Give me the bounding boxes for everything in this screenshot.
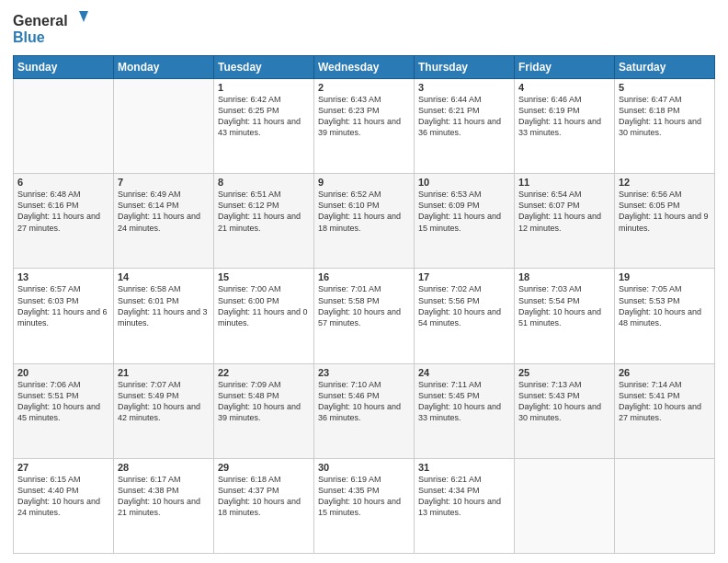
calendar-cell: 11Sunrise: 6:54 AM Sunset: 6:07 PM Dayli…	[515, 174, 615, 269]
week-row-3: 13Sunrise: 6:57 AM Sunset: 6:03 PM Dayli…	[14, 269, 715, 363]
calendar-cell: 13Sunrise: 6:57 AM Sunset: 6:03 PM Dayli…	[14, 269, 114, 363]
day-info: Sunrise: 7:02 AM Sunset: 5:56 PM Dayligh…	[418, 283, 510, 328]
day-number: 18	[518, 271, 610, 282]
day-number: 17	[418, 271, 510, 282]
day-info: Sunrise: 6:52 AM Sunset: 6:10 PM Dayligh…	[318, 189, 410, 234]
day-number: 29	[218, 462, 310, 473]
calendar-cell: 25Sunrise: 7:13 AM Sunset: 5:43 PM Dayli…	[515, 363, 615, 458]
day-info: Sunrise: 7:01 AM Sunset: 5:58 PM Dayligh…	[318, 283, 410, 328]
calendar-cell: 10Sunrise: 6:53 AM Sunset: 6:09 PM Dayli…	[415, 174, 515, 269]
day-info: Sunrise: 7:06 AM Sunset: 5:51 PM Dayligh…	[17, 379, 109, 424]
calendar-cell: 3Sunrise: 6:44 AM Sunset: 6:21 PM Daylig…	[415, 79, 515, 174]
calendar-cell: 4Sunrise: 6:46 AM Sunset: 6:19 PM Daylig…	[515, 79, 615, 174]
day-number: 15	[218, 271, 310, 282]
day-number: 19	[619, 271, 711, 282]
day-number: 4	[518, 82, 610, 93]
weekday-header-saturday: Saturday	[615, 56, 715, 79]
page: General Blue SundayMondayTuesdayWednesda…	[0, 0, 728, 563]
day-number: 6	[17, 177, 109, 188]
day-info: Sunrise: 7:14 AM Sunset: 5:41 PM Dayligh…	[619, 379, 711, 424]
weekday-header-tuesday: Tuesday	[214, 56, 314, 79]
weekday-header-friday: Friday	[515, 56, 615, 79]
day-info: Sunrise: 6:49 AM Sunset: 6:14 PM Dayligh…	[118, 189, 210, 234]
header: General Blue	[13, 9, 715, 50]
calendar-cell: 7Sunrise: 6:49 AM Sunset: 6:14 PM Daylig…	[114, 174, 214, 269]
calendar-cell: 1Sunrise: 6:42 AM Sunset: 6:25 PM Daylig…	[214, 79, 314, 174]
day-number: 12	[619, 177, 711, 188]
calendar-cell: 19Sunrise: 7:05 AM Sunset: 5:53 PM Dayli…	[615, 269, 715, 363]
weekday-header-monday: Monday	[114, 56, 214, 79]
day-info: Sunrise: 6:51 AM Sunset: 6:12 PM Dayligh…	[218, 189, 310, 234]
calendar-cell: 21Sunrise: 7:07 AM Sunset: 5:49 PM Dayli…	[114, 363, 214, 458]
calendar-cell: 6Sunrise: 6:48 AM Sunset: 6:16 PM Daylig…	[14, 174, 114, 269]
calendar-cell	[515, 458, 615, 553]
calendar-cell: 12Sunrise: 6:56 AM Sunset: 6:05 PM Dayli…	[615, 174, 715, 269]
day-number: 28	[118, 462, 210, 473]
day-number: 31	[418, 462, 510, 473]
day-number: 25	[518, 367, 610, 378]
day-number: 5	[619, 82, 711, 93]
day-info: Sunrise: 6:18 AM Sunset: 4:37 PM Dayligh…	[218, 474, 310, 519]
calendar-cell: 8Sunrise: 6:51 AM Sunset: 6:12 PM Daylig…	[214, 174, 314, 269]
day-number: 11	[518, 177, 610, 188]
day-number: 23	[318, 367, 410, 378]
day-info: Sunrise: 7:03 AM Sunset: 5:54 PM Dayligh…	[518, 283, 610, 328]
day-number: 16	[318, 271, 410, 282]
day-number: 7	[118, 177, 210, 188]
day-info: Sunrise: 7:11 AM Sunset: 5:45 PM Dayligh…	[418, 379, 510, 424]
day-info: Sunrise: 6:58 AM Sunset: 6:01 PM Dayligh…	[118, 283, 210, 328]
calendar-cell: 28Sunrise: 6:17 AM Sunset: 4:38 PM Dayli…	[114, 458, 214, 553]
calendar-cell: 17Sunrise: 7:02 AM Sunset: 5:56 PM Dayli…	[415, 269, 515, 363]
day-number: 8	[218, 177, 310, 188]
day-info: Sunrise: 6:47 AM Sunset: 6:18 PM Dayligh…	[619, 94, 711, 139]
weekday-header-sunday: Sunday	[14, 56, 114, 79]
day-number: 1	[218, 82, 310, 93]
day-number: 10	[418, 177, 510, 188]
calendar-cell: 30Sunrise: 6:19 AM Sunset: 4:35 PM Dayli…	[314, 458, 415, 553]
svg-marker-2	[79, 11, 88, 22]
calendar-cell: 9Sunrise: 6:52 AM Sunset: 6:10 PM Daylig…	[314, 174, 415, 269]
day-info: Sunrise: 6:21 AM Sunset: 4:34 PM Dayligh…	[418, 474, 510, 519]
day-info: Sunrise: 6:48 AM Sunset: 6:16 PM Dayligh…	[17, 189, 109, 234]
day-info: Sunrise: 7:05 AM Sunset: 5:53 PM Dayligh…	[619, 283, 711, 328]
calendar-cell: 24Sunrise: 7:11 AM Sunset: 5:45 PM Dayli…	[415, 363, 515, 458]
calendar-cell	[114, 79, 214, 174]
weekday-header-row: SundayMondayTuesdayWednesdayThursdayFrid…	[14, 56, 715, 79]
week-row-2: 6Sunrise: 6:48 AM Sunset: 6:16 PM Daylig…	[14, 174, 715, 269]
weekday-header-thursday: Thursday	[415, 56, 515, 79]
day-info: Sunrise: 7:10 AM Sunset: 5:46 PM Dayligh…	[318, 379, 410, 424]
day-info: Sunrise: 6:17 AM Sunset: 4:38 PM Dayligh…	[118, 474, 210, 519]
calendar-cell: 18Sunrise: 7:03 AM Sunset: 5:54 PM Dayli…	[515, 269, 615, 363]
day-number: 22	[218, 367, 310, 378]
calendar-table: SundayMondayTuesdayWednesdayThursdayFrid…	[13, 55, 715, 554]
day-info: Sunrise: 6:19 AM Sunset: 4:35 PM Dayligh…	[318, 474, 410, 519]
logo-svg: General Blue	[13, 9, 96, 50]
calendar-cell: 14Sunrise: 6:58 AM Sunset: 6:01 PM Dayli…	[114, 269, 214, 363]
day-number: 27	[17, 462, 109, 473]
day-info: Sunrise: 7:07 AM Sunset: 5:49 PM Dayligh…	[118, 379, 210, 424]
day-info: Sunrise: 7:09 AM Sunset: 5:48 PM Dayligh…	[218, 379, 310, 424]
calendar-cell: 29Sunrise: 6:18 AM Sunset: 4:37 PM Dayli…	[214, 458, 314, 553]
calendar-cell: 20Sunrise: 7:06 AM Sunset: 5:51 PM Dayli…	[14, 363, 114, 458]
day-info: Sunrise: 6:43 AM Sunset: 6:23 PM Dayligh…	[318, 94, 410, 139]
day-number: 26	[619, 367, 711, 378]
logo: General Blue	[13, 9, 96, 50]
day-number: 24	[418, 367, 510, 378]
day-info: Sunrise: 6:46 AM Sunset: 6:19 PM Dayligh…	[518, 94, 610, 139]
day-info: Sunrise: 6:42 AM Sunset: 6:25 PM Dayligh…	[218, 94, 310, 139]
calendar-cell: 16Sunrise: 7:01 AM Sunset: 5:58 PM Dayli…	[314, 269, 415, 363]
day-number: 21	[118, 367, 210, 378]
calendar-cell	[14, 79, 114, 174]
calendar-cell: 23Sunrise: 7:10 AM Sunset: 5:46 PM Dayli…	[314, 363, 415, 458]
day-info: Sunrise: 6:53 AM Sunset: 6:09 PM Dayligh…	[418, 189, 510, 234]
calendar-cell: 22Sunrise: 7:09 AM Sunset: 5:48 PM Dayli…	[214, 363, 314, 458]
calendar-cell	[615, 458, 715, 553]
day-number: 2	[318, 82, 410, 93]
calendar-cell: 5Sunrise: 6:47 AM Sunset: 6:18 PM Daylig…	[615, 79, 715, 174]
day-number: 30	[318, 462, 410, 473]
day-number: 3	[418, 82, 510, 93]
day-number: 14	[118, 271, 210, 282]
day-number: 13	[17, 271, 109, 282]
weekday-header-wednesday: Wednesday	[314, 56, 415, 79]
calendar-cell: 15Sunrise: 7:00 AM Sunset: 6:00 PM Dayli…	[214, 269, 314, 363]
